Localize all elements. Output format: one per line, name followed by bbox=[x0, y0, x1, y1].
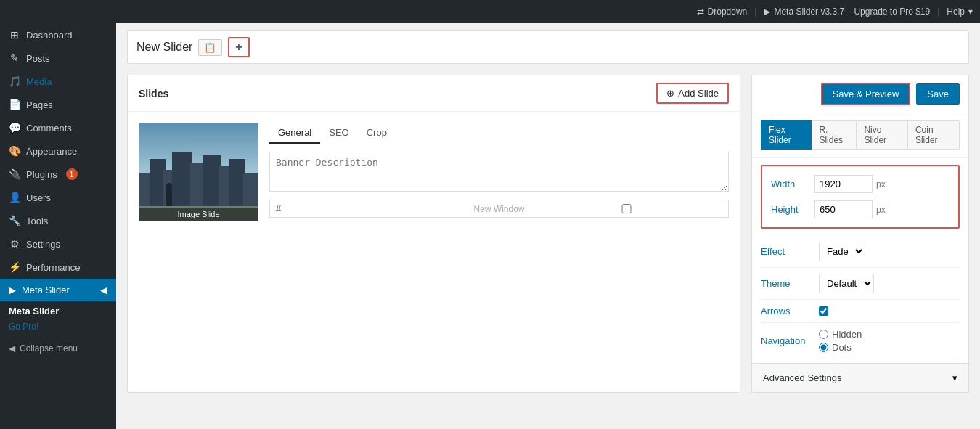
meta-slider-sidebar-icon: ▶ bbox=[9, 285, 16, 295]
media-icon: 🎵 bbox=[9, 75, 20, 87]
advanced-settings-label: Advanced Settings bbox=[763, 372, 841, 383]
url-input[interactable] bbox=[276, 203, 467, 214]
save-preview-button[interactable]: Save & Preview bbox=[821, 83, 911, 105]
new-window-checkbox[interactable] bbox=[531, 204, 722, 213]
height-label: Height bbox=[771, 204, 814, 215]
svg-rect-11 bbox=[166, 188, 172, 206]
help-item[interactable]: Help ▾ bbox=[947, 7, 973, 17]
sidebar-item-media[interactable]: 🎵 Media bbox=[0, 70, 116, 93]
sidebar-item-users[interactable]: 👤 Users bbox=[0, 186, 116, 209]
slide-form: General SEO Crop New Window bbox=[269, 123, 729, 221]
plugins-badge: 1 bbox=[66, 168, 78, 180]
slide-thumb-label: Image Slide bbox=[139, 208, 258, 221]
add-slider-button[interactable]: + bbox=[228, 37, 249, 57]
advanced-settings-section[interactable]: Advanced Settings ▾ bbox=[752, 363, 968, 392]
sidebar-item-appearance[interactable]: 🎨 Appearance bbox=[0, 139, 116, 163]
collapse-label: Collapse menu bbox=[20, 343, 78, 354]
dropdown-item[interactable]: ⇄ Dropdown bbox=[697, 7, 748, 17]
slide-item: Image Slide General SEO Crop bbox=[128, 112, 740, 232]
tools-icon: 🔧 bbox=[9, 215, 20, 226]
dashboard-icon: ⊞ bbox=[9, 29, 20, 41]
arrows-row: Arrows bbox=[761, 300, 960, 323]
other-settings: Effect Fade Slide Theme bbox=[752, 236, 968, 359]
width-input[interactable] bbox=[814, 175, 873, 193]
sidebar-label-plugins: Plugins bbox=[26, 169, 57, 180]
tab-crop[interactable]: Crop bbox=[358, 123, 396, 144]
new-window-label: New Window bbox=[473, 204, 524, 214]
posts-icon: ✎ bbox=[9, 52, 20, 64]
performance-icon: ⚡ bbox=[9, 261, 20, 273]
meta-slider-icon: ▶ bbox=[764, 7, 770, 17]
sidebar-label-pages: Pages bbox=[26, 99, 53, 110]
navigation-hidden-radio[interactable] bbox=[819, 330, 828, 339]
separator2: | bbox=[937, 7, 939, 17]
url-row: New Window bbox=[269, 200, 729, 218]
tab-general[interactable]: General bbox=[269, 123, 320, 144]
go-pro-link[interactable]: Go Pro! bbox=[0, 319, 116, 338]
main-content: New Slider 📋 + Slides ⊕ Add Slide bbox=[116, 23, 980, 429]
sidebar-label-comments: Comments bbox=[26, 123, 72, 134]
sidebar-label-meta-slider: Meta Slider bbox=[22, 285, 70, 295]
dimension-settings: Width px Height px bbox=[761, 165, 960, 229]
slider-tab-flex[interactable]: Flex Slider bbox=[761, 120, 812, 150]
slider-tab-r-slides[interactable]: R. Slides bbox=[812, 120, 857, 150]
navigation-dots-label: Dots bbox=[832, 342, 852, 353]
sidebar-label-posts: Posts bbox=[26, 53, 50, 64]
slider-tab-coin[interactable]: Coin Slider bbox=[908, 120, 960, 150]
collapse-icon: ◀ bbox=[9, 343, 15, 354]
header-row: New Slider 📋 + bbox=[127, 30, 969, 64]
sidebar-item-tools[interactable]: 🔧 Tools bbox=[0, 209, 116, 232]
arrows-checkbox[interactable] bbox=[819, 306, 828, 316]
comments-icon: 💬 bbox=[9, 122, 20, 134]
sidebar-meta-slider-title: Meta Slider bbox=[0, 301, 116, 319]
slides-panel: Slides ⊕ Add Slide bbox=[127, 75, 740, 393]
height-input[interactable] bbox=[814, 200, 873, 218]
save-button[interactable]: Save bbox=[916, 83, 960, 105]
navigation-dots-option[interactable]: Dots bbox=[819, 342, 862, 353]
sidebar-item-plugins[interactable]: 🔌 Plugins 1 bbox=[0, 163, 116, 186]
pages-icon: 📄 bbox=[9, 99, 20, 110]
navigation-radio-group: Hidden Dots bbox=[819, 329, 862, 353]
width-label: Width bbox=[771, 179, 814, 189]
sidebar-label-users: Users bbox=[26, 192, 51, 203]
settings-icon: ⚙ bbox=[9, 238, 20, 250]
meta-slider-version-item[interactable]: ▶ Meta Slider v3.3.7 – Upgrade to Pro $1… bbox=[764, 7, 930, 17]
add-slide-label: Add Slide bbox=[678, 88, 719, 99]
slide-thumbnail: Image Slide bbox=[139, 123, 258, 221]
help-chevron-icon: ▾ bbox=[968, 7, 973, 17]
arrows-control bbox=[819, 306, 960, 316]
banner-description-input[interactable] bbox=[269, 152, 729, 192]
slides-header: Slides ⊕ Add Slide bbox=[128, 75, 740, 112]
slider-tab-nivo[interactable]: Nivo Slider bbox=[857, 120, 908, 150]
sidebar-label-appearance: Appearance bbox=[26, 146, 77, 157]
height-row: Height px bbox=[771, 200, 950, 218]
top-bar: ⇄ Dropdown | ▶ Meta Slider v3.3.7 – Upgr… bbox=[0, 0, 980, 23]
slides-title: Slides bbox=[139, 88, 168, 99]
slider-type-tabs: Flex Slider R. Slides Nivo Slider Coin S… bbox=[752, 113, 968, 158]
sidebar-item-settings[interactable]: ⚙ Settings bbox=[0, 232, 116, 256]
content-area: Slides ⊕ Add Slide bbox=[127, 75, 969, 393]
navigation-dots-radio[interactable] bbox=[819, 343, 828, 352]
sidebar-item-pages[interactable]: 📄 Pages bbox=[0, 93, 116, 116]
sidebar-label-performance: Performance bbox=[26, 262, 80, 273]
navigation-hidden-option[interactable]: Hidden bbox=[819, 329, 862, 340]
sidebar-item-posts[interactable]: ✎ Posts bbox=[0, 46, 116, 70]
tab-seo[interactable]: SEO bbox=[320, 123, 357, 144]
sidebar-item-comments[interactable]: 💬 Comments bbox=[0, 116, 116, 139]
sidebar-item-performance[interactable]: ⚡ Performance bbox=[0, 256, 116, 279]
effect-row: Effect Fade Slide bbox=[761, 236, 960, 268]
sidebar-item-meta-slider[interactable]: ▶ Meta Slider ◀ bbox=[0, 279, 116, 301]
sidebar-item-dashboard[interactable]: ⊞ Dashboard bbox=[0, 23, 116, 46]
theme-select[interactable]: Default Light Dark bbox=[819, 274, 874, 293]
theme-control: Default Light Dark bbox=[819, 274, 960, 293]
add-slide-button[interactable]: ⊕ Add Slide bbox=[656, 83, 729, 104]
right-panel: Save & Preview Save Flex Slider R. Slide… bbox=[751, 75, 969, 393]
collapse-menu[interactable]: ◀ Collapse menu bbox=[0, 338, 116, 359]
navigation-hidden-label: Hidden bbox=[832, 329, 862, 340]
copy-button[interactable]: 📋 bbox=[198, 39, 222, 56]
effect-select[interactable]: Fade Slide bbox=[819, 242, 865, 261]
dropdown-label: Dropdown bbox=[708, 7, 748, 17]
help-label: Help bbox=[947, 7, 965, 17]
plugins-icon: 🔌 bbox=[9, 168, 20, 180]
effect-label: Effect bbox=[761, 246, 819, 257]
